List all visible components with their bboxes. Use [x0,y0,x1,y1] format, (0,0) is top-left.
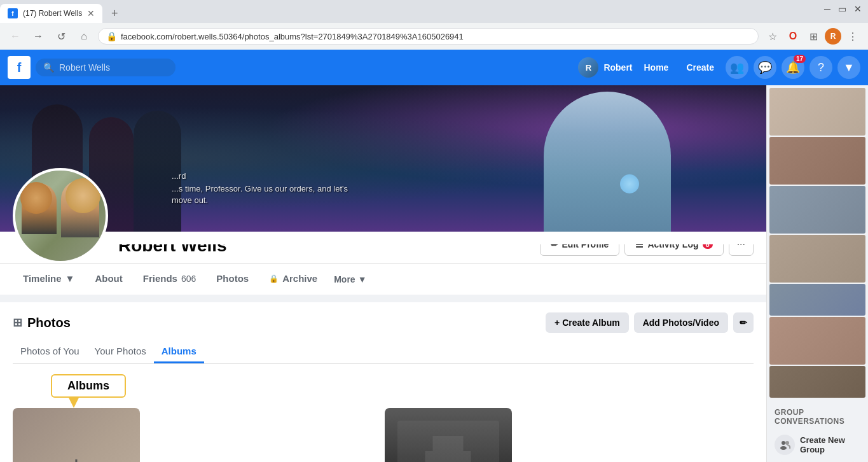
sidebar-color-block-6 [769,317,865,365]
create-album-plus-icon: + [71,454,81,463]
photos-section: ⊞ Photos + Create Album Add Photos/Video… [0,302,766,462]
home-button[interactable]: ⌂ [75,27,93,45]
close-button[interactable]: ✕ [854,4,862,14]
right-sidebar: GROUP CONVERSATIONS Create New Group 🔍 [766,85,868,462]
search-icon: 🔍 [43,62,54,73]
browser-user-avatar[interactable]: R [825,28,841,45]
nav-menu-icon[interactable]: ▼ [837,56,860,79]
url-text: facebook.com/robert.wells.50364/photos_a… [121,32,750,41]
create-new-group-label: Create New Group [800,435,860,454]
back-button[interactable]: ← [6,27,24,45]
address-bar[interactable]: 🔒 facebook.com/robert.wells.50364/photos… [98,28,759,45]
reload-button[interactable]: ↺ [52,27,70,45]
cover-photo: ...rd ...s time, Professor. Give us our … [0,85,766,232]
window-controls: ─ ▭ ✕ [824,4,862,14]
edit-photos-button[interactable]: ✏ [733,312,754,333]
cover-area: ...rd ...s time, Professor. Give us our … [0,85,766,295]
nav-archive[interactable]: 🔒 Archive [259,264,327,295]
photo-tabs: Photos of You Your Photos Albums [13,340,754,364]
facebook-navbar: f 🔍 R Robert Home Create 👥 💬 🔔 17 [0,50,868,85]
nav-user-profile[interactable]: R Robert [578,57,632,78]
browser-toolbar: ← → ↺ ⌂ 🔒 facebook.com/robert.wells.5036… [0,23,868,50]
photos-title: ⊞ Photos [13,316,71,330]
nav-create-link[interactable]: Create [680,59,720,76]
sidebar-color-block-1 [769,88,865,136]
sidebar-color-block-4 [769,235,865,283]
svg-point-0 [782,441,785,445]
add-photos-button[interactable]: Add Photos/Video [634,312,728,333]
sidebar-color-blocks [767,85,868,400]
maximize-button[interactable]: ▭ [838,4,846,14]
tab-your-photos[interactable]: Your Photos [87,340,154,363]
new-tab-button[interactable]: + [105,4,124,23]
profile-navigation: Timeline ▼ About Friends 606 Photos [0,263,766,295]
tab-favicon: f [8,8,18,18]
sidebar-color-block-2 [769,137,865,185]
nav-user-name: Robert [603,62,632,73]
nav-friends[interactable]: Friends 606 [133,264,207,295]
albums-callout-box: Albums [51,374,126,398]
sidebar-color-block-7 [769,366,865,398]
facebook-logo-icon[interactable]: f [8,56,31,79]
nav-notifications-icon[interactable]: 🔔 17 [782,56,804,79]
tab-photos-of-you[interactable]: Photos of You [13,340,87,363]
create-album-button[interactable]: + Create Album [546,312,629,333]
nav-messenger-icon[interactable]: 💬 [754,56,776,79]
svg-point-2 [785,441,789,445]
facebook-search-bar[interactable]: 🔍 [36,59,176,76]
photos-icon: ⊞ [13,316,22,330]
album-rocky-butte[interactable]: Rocky Butte 1 Post · 2 Items · Friends ·… [385,408,512,462]
nav-photos[interactable]: Photos [206,264,259,295]
create-group-avatar-icon [775,435,795,455]
albums-callout-arrow [69,398,79,408]
nav-friends-icon[interactable]: 👥 [726,56,748,79]
nav-about[interactable]: About [85,264,132,295]
create-new-group-item[interactable]: Create New Group [775,431,860,459]
tab-albums[interactable]: Albums [154,340,204,363]
extensions-icon[interactable]: ⊞ [804,27,822,45]
group-conversations-title: GROUP CONVERSATIONS [775,408,860,426]
profile-section: Robert Wells ✏ Edit Profile ☰ Activity L… [0,232,766,295]
photos-header: ⊞ Photos + Create Album Add Photos/Video… [13,312,754,333]
toolbar-actions: ☆ O ⊞ R ⋮ [764,27,862,45]
notifications-badge: 17 [794,55,806,63]
svg-point-1 [780,446,787,450]
nav-right-actions: R Robert Home Create 👥 💬 🔔 17 ? ▼ [578,56,860,79]
group-conversations-section: GROUP CONVERSATIONS Create New Group 🔍 [767,400,868,462]
nav-more-chevron-icon: ▼ [358,274,367,284]
tab-title: (17) Robert Wells [23,9,82,18]
main-content: ...rd ...s time, Professor. Give us our … [0,85,766,462]
search-input[interactable] [59,62,168,73]
create-album-tile[interactable]: + + Create Album [13,408,140,462]
nav-timeline[interactable]: Timeline ▼ [13,264,85,295]
nav-user-avatar: R [578,57,598,78]
photo-grid: + + Create Album Rocky Butte 1 Post · 2 … [13,408,754,462]
active-tab[interactable]: f (17) Robert Wells ✕ [0,4,102,23]
minimize-button[interactable]: ─ [824,4,830,14]
nav-help-icon[interactable]: ? [809,56,832,79]
archive-lock-icon: 🔒 [269,274,279,283]
timeline-chevron-icon: ▼ [65,273,75,284]
nav-more-button[interactable]: More ▼ [327,264,373,295]
sidebar-color-block-3 [769,186,865,234]
nav-home-link[interactable]: Home [638,59,675,76]
sidebar-color-block-5 [769,284,865,316]
photos-header-actions: + Create Album Add Photos/Video ✏ [546,312,754,333]
opera-icon[interactable]: O [784,27,802,45]
security-lock-icon: 🔒 [106,31,117,41]
tab-close-icon[interactable]: ✕ [87,8,95,18]
bookmark-icon[interactable]: ☆ [764,27,782,45]
forward-button[interactable]: → [29,27,47,45]
browser-menu-icon[interactable]: ⋮ [844,27,862,45]
profile-avatar[interactable] [13,168,108,263]
